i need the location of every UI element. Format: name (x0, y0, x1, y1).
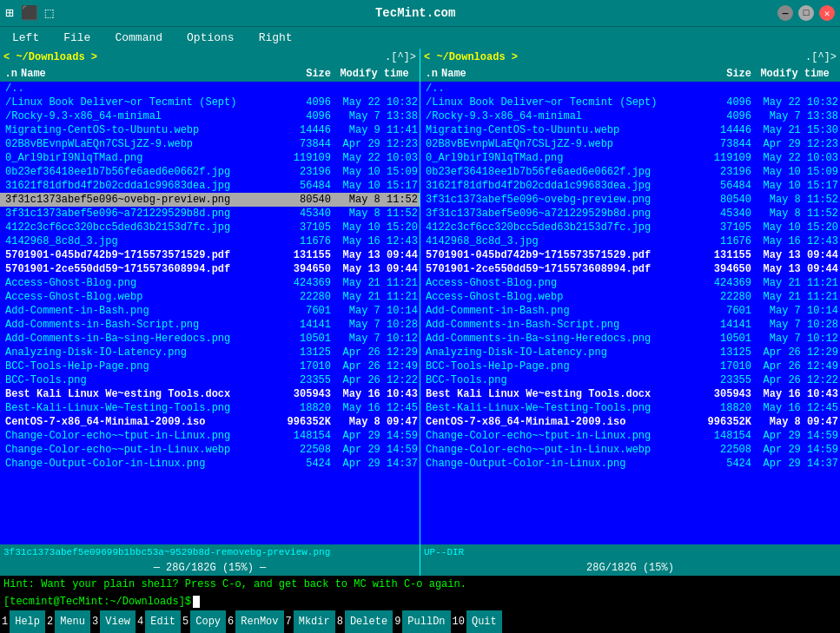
list-item[interactable]: Add-Comments-in-Bash-Script.png14141May … (0, 318, 420, 332)
file-name: 5701901-045bd742b9~1715573571529.pdf (2, 249, 270, 261)
list-item[interactable]: BCC-Tools.png23355Apr 26 12:22 (0, 373, 420, 387)
menu-file[interactable]: File (60, 30, 94, 45)
fkey-2-num: 2 (45, 616, 55, 628)
file-size: 148154 (270, 430, 331, 442)
fkey-9[interactable]: 9 PullDn (393, 610, 450, 633)
list-item[interactable]: 02B8vBEvnpWLaEQn7CSLjZZ-9.webp73844Apr 2… (0, 137, 420, 151)
list-item[interactable]: Add-Comment-in-Bash.png7601May 7 10:14 (420, 304, 840, 318)
diskspace-bar: — 28G/182G (15%) — 28G/182G (15%) (0, 560, 840, 576)
list-item[interactable]: Change-Color-echo~~tput-in-Linux.png1481… (420, 429, 840, 443)
list-item[interactable]: 31621f81dfbd4f2b02cdda1c99683dea.jpg5648… (0, 179, 420, 193)
file-size: 56484 (691, 180, 751, 192)
list-item[interactable]: CentOS-7-x86_64-Minimal-2009.iso996352KM… (0, 415, 420, 429)
list-item[interactable]: 3f31c1373abef5e096~a721229529b8d.png4534… (0, 207, 420, 221)
close-button[interactable]: ✕ (819, 5, 835, 21)
list-item[interactable]: Access-Ghost-Blog.webp22280May 21 11:21 (420, 290, 840, 304)
menu-command[interactable]: Command (111, 30, 166, 45)
left-col-size: Size (270, 68, 331, 80)
file-modify: Apr 29 12:23 (751, 138, 838, 150)
list-item[interactable]: Best Kali Linux We~esting Tools.docx3059… (420, 387, 840, 401)
list-item[interactable]: Analyzing-Disk-IO-Latency.png13125Apr 26… (420, 346, 840, 359)
shell-prompt[interactable]: [tecmint@TecMint:~/Downloads]$ (0, 593, 840, 610)
fkey-10[interactable]: 10 Quit (451, 610, 502, 633)
fkey-6[interactable]: 6 RenMov (226, 610, 283, 633)
list-item[interactable]: BCC-Tools-Help-Page.png17010Apr 26 12:49 (420, 359, 840, 373)
list-item[interactable]: /.. (420, 82, 840, 96)
list-item[interactable]: 3f31c1373abef5e096~a721229529b8d.png4534… (420, 207, 840, 221)
file-name: BCC-Tools-Help-Page.png (2, 360, 270, 373)
list-item[interactable]: Add-Comment-in-Bash.png7601May 7 10:14 (0, 304, 420, 318)
maximize-button[interactable]: □ (798, 5, 814, 21)
list-item[interactable]: 4122c3cf6cc320bcc5ded63b2153d7fc.jpg3710… (0, 221, 420, 234)
list-item[interactable]: BCC-Tools.png23355Apr 26 12:22 (420, 373, 840, 387)
fkey-2[interactable]: 2 Menu (45, 610, 90, 633)
list-item[interactable]: Best-Kali-Linux-We~Testing-Tools.png1882… (0, 401, 420, 415)
fkey-7[interactable]: 7 Mkdir (284, 610, 335, 633)
list-item[interactable]: CentOS-7-x86_64-Minimal-2009.iso996352KM… (420, 415, 840, 429)
file-modify: May 7 10:12 (331, 333, 418, 345)
fkey-7-num: 7 (284, 616, 294, 628)
list-item[interactable]: 5701901-2ce550dd59~1715573608994.pdf3946… (420, 262, 840, 276)
list-item[interactable]: 3f31c1373abef5e096~ovebg-preview.png8054… (420, 193, 840, 207)
list-item[interactable]: Access-Ghost-Blog.png424369May 21 11:21 (0, 276, 420, 290)
list-item[interactable]: Migrating-CentOS-to-Ubuntu.webp14446May … (420, 123, 840, 137)
new-tab-icon[interactable]: ⊞ (5, 4, 14, 22)
menu-options[interactable]: Options (183, 30, 238, 45)
fkey-5-label: Copy (190, 610, 226, 633)
fkey-4[interactable]: 4 Edit (136, 610, 181, 633)
menu-right[interactable]: Right (255, 30, 296, 45)
list-item[interactable]: 4142968_8c8d_3.jpg11676May 16 12:43 (420, 234, 840, 248)
list-item[interactable]: Best-Kali-Linux-We~Testing-Tools.png1882… (420, 401, 840, 415)
file-modify: May 16 12:45 (331, 402, 418, 414)
list-item[interactable]: 0_Arl9birI9NlqTMad.png119109May 22 10:03 (0, 151, 420, 165)
list-item[interactable]: 5701901-2ce550dd59~1715573608994.pdf3946… (0, 262, 420, 276)
file-name: /Rocky-9.3-x86_64-minimal (2, 110, 270, 122)
list-item[interactable]: /Linux Book Deliver~or Tecmint (Sept)409… (0, 96, 420, 109)
menu-left[interactable]: Left (9, 30, 43, 45)
list-item[interactable]: Change-Output-Color-in-Linux.png5424Apr … (420, 457, 840, 471)
list-item[interactable]: Change-Output-Color-in-Linux.png5424Apr … (0, 457, 420, 471)
split-icon[interactable]: ⬛ (21, 4, 38, 22)
left-panel-header: < ~/Downloads > .[^]> (0, 49, 420, 66)
list-item[interactable]: /Linux Book Deliver~or Tecmint (Sept)409… (420, 96, 840, 109)
list-item[interactable]: Change-Color-echo~~put-in-Linux.webp2250… (420, 443, 840, 457)
fkey-10-label: Quit (466, 610, 502, 633)
file-name: /Linux Book Deliver~or Tecmint (Sept) (2, 96, 270, 109)
fkey-1[interactable]: 1 Help (0, 610, 45, 633)
settings-icon[interactable]: ⬚ (45, 4, 54, 22)
list-item[interactable]: 31621f81dfbd4f2b02cdda1c99683dea.jpg5648… (420, 179, 840, 193)
list-item[interactable]: 4142968_8c8d_3.jpg11676May 16 12:43 (0, 234, 420, 248)
file-name: Add-Comments-in-Bash-Script.png (2, 319, 270, 331)
list-item[interactable]: Best Kali Linux We~esting Tools.docx3059… (0, 387, 420, 401)
minimize-button[interactable]: — (777, 5, 793, 21)
file-name: Migrating-CentOS-to-Ubuntu.webp (2, 124, 270, 136)
list-item[interactable]: /.. (0, 82, 420, 96)
list-item[interactable]: Change-Color-echo~~put-in-Linux.webp2250… (0, 443, 420, 457)
list-item[interactable]: 5701901-045bd742b9~1715573571529.pdf1311… (420, 248, 840, 262)
list-item[interactable]: /Rocky-9.3-x86_64-minimal4096May 7 13:38 (420, 109, 840, 123)
list-item[interactable]: Access-Ghost-Blog.png424369May 21 11:21 (420, 276, 840, 290)
file-modify: May 7 10:14 (331, 305, 418, 317)
list-item[interactable]: Add-Comments-in-Bash-Script.png14141May … (420, 318, 840, 332)
list-item[interactable]: 0b23ef36418ee1b7b56fe6aed6e0662f.jpg2319… (420, 165, 840, 179)
list-item[interactable]: Access-Ghost-Blog.webp22280May 21 11:21 (0, 290, 420, 304)
list-item[interactable]: Change-Color-echo~~tput-in-Linux.png1481… (0, 429, 420, 443)
file-size: 22508 (270, 444, 331, 456)
list-item[interactable]: Add-Comments-in-Ba~sing-Heredocs.png1050… (0, 332, 420, 346)
file-size: 119109 (270, 152, 331, 164)
list-item[interactable]: 0_Arl9birI9NlqTMad.png119109May 22 10:03 (420, 151, 840, 165)
list-item[interactable]: Add-Comments-in-Ba~sing-Heredocs.png1050… (420, 332, 840, 346)
list-item[interactable]: BCC-Tools-Help-Page.png17010Apr 26 12:49 (0, 359, 420, 373)
list-item[interactable]: 5701901-045bd742b9~1715573571529.pdf1311… (0, 248, 420, 262)
fkey-3[interactable]: 3 View (90, 610, 136, 633)
fkey-8[interactable]: 8 Delete (335, 610, 393, 633)
list-item[interactable]: 02B8vBEvnpWLaEQn7CSLjZZ-9.webp73844Apr 2… (420, 137, 840, 151)
fkey-5[interactable]: 5 Copy (181, 610, 226, 633)
list-item[interactable]: Migrating-CentOS-to-Ubuntu.webp14446May … (0, 123, 420, 137)
list-item[interactable]: 4122c3cf6cc320bcc5ded63b2153d7fc.jpg3710… (420, 221, 840, 234)
file-size: 394650 (270, 263, 331, 275)
list-item[interactable]: 0b23ef36418ee1b7b56fe6aed6e0662f.jpg2319… (0, 165, 420, 179)
list-item[interactable]: 3f31c1373abef5e096~ovebg-preview.png8054… (0, 193, 420, 207)
list-item[interactable]: Analyzing-Disk-IO-Latency.png13125Apr 26… (0, 346, 420, 359)
list-item[interactable]: /Rocky-9.3-x86_64-minimal4096May 7 13:38 (0, 109, 420, 123)
